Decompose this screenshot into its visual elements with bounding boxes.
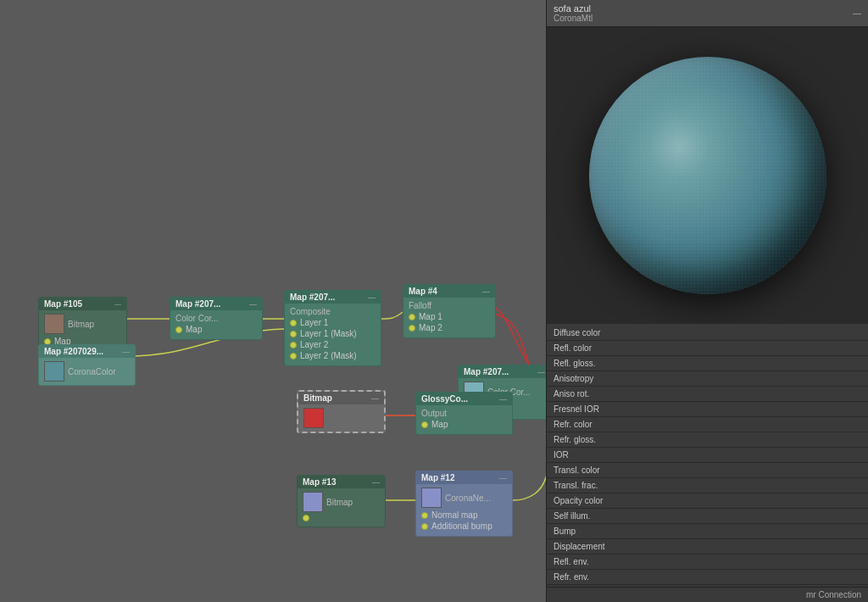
property-label-5: Fresnel IOR (554, 404, 599, 414)
node-map207-color-correct[interactable]: Map #207... — Color Cor... Map (170, 297, 263, 340)
node-corona-color-subtitle: CoronaColor (68, 367, 116, 376)
property-label-8: IOR (554, 450, 569, 460)
property-row-4[interactable]: Aniso rot. (547, 387, 868, 402)
node-map105-title: Map #105 (44, 299, 82, 309)
node-map12-port-normal[interactable] (421, 512, 428, 519)
node-comp-layer2-label: Layer 2 (300, 340, 328, 349)
property-row-8[interactable]: IOR (547, 448, 868, 463)
node-corona-color-preview (44, 361, 64, 382)
node-map207-cc-port-label: Map (186, 325, 202, 334)
node-glossy-subtitle: Output (421, 409, 507, 418)
node-map207-cc-in-port[interactable] (175, 326, 182, 333)
node-glossy-title: GlossyCo... (421, 394, 468, 404)
node-glossy-body: Output Map (416, 405, 512, 434)
node-glossy-map-label: Map (431, 420, 448, 429)
property-label-14: Displacement (554, 542, 605, 551)
node-map207-comp-subtitle: Composite (290, 307, 376, 316)
property-row-5[interactable]: Fresnel IOR (547, 402, 868, 417)
property-label-0: Diffuse color (554, 328, 600, 337)
panel-title-group: sofa azul CoronaMtl (554, 3, 593, 23)
material-preview-area (547, 27, 868, 324)
node-map12-body: CoronaNe... Normal map Additional bump (416, 484, 512, 536)
property-row-1[interactable]: Refl. color (547, 341, 868, 356)
property-row-3[interactable]: Anisotropy (547, 371, 868, 387)
property-row-6[interactable]: Refr. color (547, 417, 868, 432)
node-bitmap-sel-body (298, 404, 384, 432)
node-map12-normal-label: Normal map (431, 510, 477, 520)
node-map105-minimize[interactable]: — (114, 300, 121, 308)
property-label-7: Refr. gloss. (554, 435, 596, 444)
node-map207-cc2-minimize[interactable]: — (537, 368, 545, 376)
node-map13-out-port[interactable] (303, 515, 309, 521)
property-row-10[interactable]: Transl. frac. (547, 478, 868, 493)
node-map4-falloff[interactable]: Map #4 — Falloff Map 1 Map 2 (403, 284, 496, 338)
property-row-11[interactable]: Opacity color (547, 493, 868, 509)
panel-title: sofa azul (554, 3, 593, 14)
node-canvas[interactable]: Map #105 — Bitmap Map Map #207... — Colo… (0, 0, 546, 602)
property-label-3: Anisotropy (554, 374, 593, 383)
node-bitmap-sel-minimize[interactable]: — (371, 394, 379, 403)
node-map12-preview (421, 488, 442, 508)
property-row-13[interactable]: Bump (547, 524, 868, 539)
property-row-15[interactable]: Refl. env. (547, 555, 868, 570)
node-map13-bitmap[interactable]: Map #13 — Bitmap (297, 475, 386, 527)
node-map12-minimize[interactable]: — (499, 474, 507, 482)
node-bitmap-sel-title: Bitmap (303, 393, 332, 403)
node-map12-subtitle: CoronaNe... (445, 493, 491, 503)
property-row-14[interactable]: Displacement (547, 539, 868, 555)
property-row-16[interactable]: Refr. env. (547, 570, 868, 585)
node-falloff-minimize[interactable]: — (482, 287, 490, 296)
node-comp-port-layer1mask[interactable] (290, 331, 297, 337)
node-glossy-output[interactable]: GlossyCo... — Output Map (415, 392, 513, 435)
property-label-15: Refl. env. (554, 557, 589, 566)
node-glossy-minimize[interactable]: — (499, 395, 507, 404)
node-map12-bump-label: Additional bump (431, 521, 492, 531)
right-panel: sofa azul CoronaMtl — Diffuse colorRefl.… (546, 0, 868, 602)
property-label-6: Refr. color (554, 420, 593, 429)
node-map207-cc-port-map: Map (175, 325, 257, 334)
node-map12-corona-normal[interactable]: Map #12 — CoronaNe... Normal map Additio… (415, 471, 513, 537)
node-comp-layer1-label: Layer 1 (300, 318, 328, 327)
property-label-13: Bump (554, 527, 576, 536)
node-map13-body: Bitmap (298, 488, 385, 527)
node-falloff-body: Falloff Map 1 Map 2 (403, 298, 495, 337)
node-falloff-header: Map #4 — (403, 285, 495, 298)
property-row-7[interactable]: Refr. gloss. (547, 432, 868, 448)
property-row-0[interactable]: Diffuse color (547, 326, 868, 341)
properties-list[interactable]: Diffuse colorRefl. colorRefl. gloss.Anis… (547, 324, 868, 587)
node-map207-cc-body: Color Cor... Map (170, 310, 262, 339)
node-map207029-corona-color[interactable]: Map #207029... — CoronaColor (38, 344, 136, 386)
panel-minimize-btn[interactable]: — (853, 8, 861, 18)
node-corona-color-header: Map #207029... — (39, 345, 135, 358)
node-falloff-map1-label: Map 1 (419, 312, 442, 321)
property-row-12[interactable]: Self illum. (547, 509, 868, 524)
node-map12-title: Map #12 (421, 473, 454, 482)
node-bitmap-selected[interactable]: Bitmap — (297, 390, 386, 433)
node-falloff-port-map1[interactable] (409, 314, 415, 321)
node-glossy-port-map[interactable] (421, 421, 428, 428)
node-map207-comp-minimize[interactable]: — (368, 293, 376, 302)
node-map207-cc2-title: Map #207... (464, 367, 509, 376)
node-comp-port-layer2[interactable] (290, 342, 297, 348)
node-comp-port-layer1[interactable] (290, 320, 297, 326)
node-falloff-port-map2[interactable] (409, 325, 415, 332)
node-map13-minimize[interactable]: — (372, 478, 380, 487)
node-map207-cc-minimize[interactable]: — (249, 300, 257, 309)
node-map13-preview (303, 492, 323, 512)
node-comp-port-layer2mask[interactable] (290, 353, 297, 360)
node-map207-comp-header: Map #207... — (285, 291, 381, 304)
node-comp-layer2mask-label: Layer 2 (Mask) (300, 351, 357, 360)
node-map207-composite[interactable]: Map #207... — Composite Layer 1 Layer 1 … (284, 290, 381, 366)
property-row-2[interactable]: Refl. gloss. (547, 356, 868, 371)
node-map207-comp-title: Map #207... (290, 293, 335, 302)
node-falloff-title: Map #4 (409, 287, 437, 296)
node-map207-cc2-header: Map #207... — (459, 365, 546, 378)
node-map12-port-bump[interactable] (421, 523, 428, 530)
node-comp-layer1mask-label: Layer 1 (Mask) (300, 329, 357, 338)
node-bitmap-sel-preview (303, 408, 324, 428)
node-map13-subtitle: Bitmap (326, 498, 353, 507)
property-row-9[interactable]: Transl. color (547, 463, 868, 478)
node-corona-color-minimize[interactable]: — (122, 348, 130, 356)
node-bitmap-sel-header: Bitmap — (298, 392, 384, 404)
property-label-2: Refl. gloss. (554, 359, 595, 368)
